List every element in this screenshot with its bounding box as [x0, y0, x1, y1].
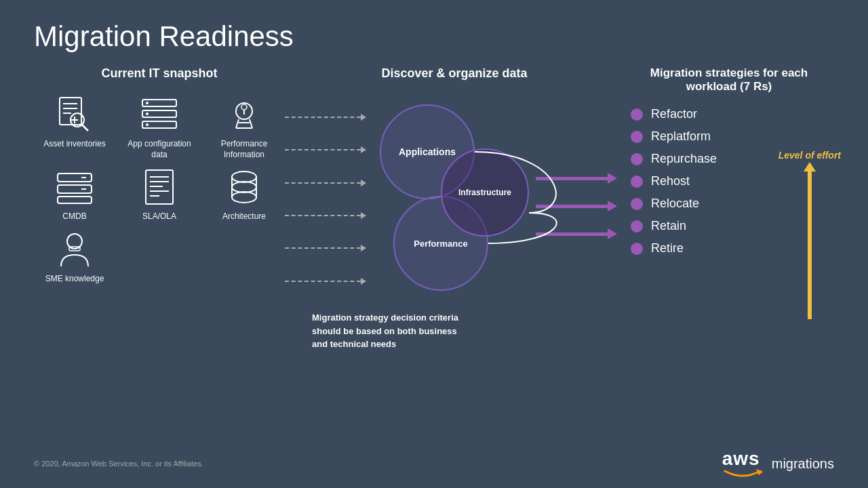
purple-arrow-1: [536, 173, 617, 184]
icon-grid: Asset inventories App configuration data: [34, 94, 285, 284]
strategies-heading: Migration strategies for each workload (…: [624, 66, 834, 94]
icon-item-sme: SME knowledge: [34, 229, 115, 285]
aws-logo: aws migrations: [722, 449, 834, 478]
repurchase-label: Repurchase: [651, 152, 717, 166]
strategy-note: Migration strategy decision criteria sho…: [285, 311, 475, 351]
asset-inventories-label: Asset inventories: [43, 139, 105, 150]
icon-item-arch: Architecture: [203, 167, 285, 222]
discover-heading: Discover & organize data: [381, 66, 527, 81]
dashed-arrows: [285, 94, 373, 304]
svg-point-11: [146, 102, 149, 104]
relocate-label: Relocate: [651, 197, 699, 211]
svg-point-32: [232, 171, 256, 182]
sla-ola-label: SLA/OLA: [142, 211, 176, 222]
svg-point-13: [146, 123, 149, 126]
icon-item-sla: SLA/OLA: [119, 167, 200, 222]
cmdb-icon: [54, 167, 95, 207]
retain-dot: [631, 220, 643, 232]
relocate-dot: [631, 198, 643, 210]
flow-lines-svg: [373, 98, 529, 301]
icon-item-perfinfo: Performance Information: [203, 94, 285, 160]
repurchase-dot: [631, 153, 643, 165]
discover-section: Discover & organize data: [285, 66, 624, 351]
app-config-icon: [139, 94, 180, 135]
rehost-dot: [631, 176, 643, 188]
strategy-replatform: Replatform: [631, 129, 834, 144]
performance-info-icon: [224, 94, 264, 135]
sme-knowledge-icon: [54, 229, 95, 270]
svg-point-12: [146, 113, 149, 115]
sme-knowledge-label: SME knowledge: [45, 274, 104, 285]
aws-brand: aws: [722, 449, 763, 478]
dashed-arrow-3: [285, 180, 366, 186]
footer: © 2020, Amazon Web Services, Inc. or its…: [0, 449, 868, 478]
aws-smile-icon: [722, 468, 763, 478]
retire-dot: [631, 243, 643, 255]
cmdb-label: CMDB: [62, 211, 86, 222]
refactor-label: Refactor: [651, 107, 697, 121]
effort-arrowhead: [804, 162, 816, 171]
dashed-arrow-5: [285, 245, 366, 251]
dashed-arrow-2: [285, 146, 366, 153]
dashed-arrow-1: [285, 114, 366, 121]
icon-item-appconfig: App configuration data: [119, 94, 200, 160]
svg-line-5: [82, 125, 88, 131]
dashed-line: [285, 117, 361, 118]
replatform-dot: [631, 131, 643, 143]
effort-section: Level of effort: [778, 149, 841, 319]
rehost-label: Rehost: [651, 174, 690, 188]
retain-label: Retain: [651, 219, 686, 233]
slide: Migration Readiness Current IT snapshot: [0, 0, 868, 488]
svg-point-33: [232, 182, 256, 192]
svg-rect-22: [58, 185, 92, 193]
architecture-icon: [224, 167, 264, 207]
retire-label: Retire: [651, 241, 684, 256]
arrow-head: [361, 114, 366, 121]
aws-brand-text: aws: [722, 449, 760, 468]
copyright: © 2020, Amazon Web Services, Inc. or its…: [34, 460, 203, 468]
slide-title: Migration Readiness: [34, 20, 834, 53]
purple-arrows: [536, 173, 617, 239]
icon-item-asset: Asset inventories: [34, 94, 115, 150]
svg-point-34: [232, 192, 256, 203]
dashed-arrow-4: [285, 212, 366, 219]
strategy-refactor: Refactor: [631, 107, 834, 121]
aws-product-text: migrations: [772, 456, 834, 472]
svg-point-15: [241, 104, 247, 110]
current-it-section: Current IT snapshot Asset inventories: [34, 66, 285, 284]
purple-arrow-3: [536, 228, 617, 239]
icon-item-cmdb: CMDB: [34, 167, 115, 222]
sla-ola-icon: [139, 167, 180, 207]
dashed-arrow-6: [285, 278, 366, 285]
app-config-label: App configuration data: [119, 139, 200, 160]
performance-info-label: Performance Information: [203, 139, 285, 160]
refactor-dot: [631, 108, 643, 121]
effort-label: Level of effort: [778, 149, 841, 161]
effort-arrow-bar: [808, 170, 812, 319]
svg-line-17: [236, 119, 239, 128]
architecture-label: Architecture: [222, 211, 266, 222]
current-it-heading: Current IT snapshot: [34, 66, 285, 81]
venn-diagram: Applications Performance Infrastructure: [373, 98, 529, 301]
purple-arrow-2: [536, 201, 617, 211]
svg-rect-23: [58, 197, 92, 203]
replatform-label: Replatform: [651, 129, 711, 144]
svg-line-18: [250, 119, 252, 128]
asset-inventories-icon: [54, 94, 95, 135]
svg-rect-21: [58, 174, 92, 182]
